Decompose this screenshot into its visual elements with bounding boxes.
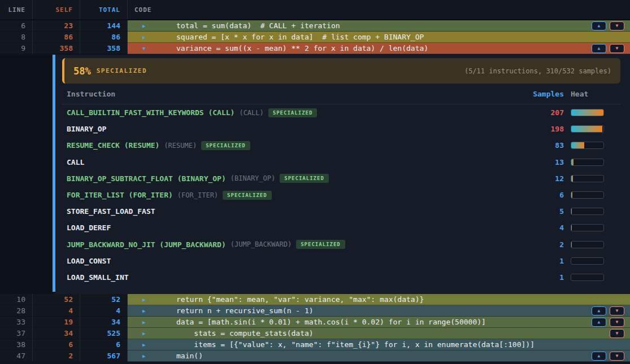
instruction-name: BINARY_OP_SUBTRACT_FLOAT (BINARY_OP) — [67, 174, 226, 183]
self-samples: 52 — [33, 294, 80, 305]
total-samples: 4 — [80, 305, 128, 317]
instruction-name: LOAD_CONST — [67, 257, 111, 265]
jump-up-button[interactable]: ▲ — [592, 306, 606, 315]
code-cell[interactable]: total = sum(data) # CALL + iteration ▲ ▼ — [128, 20, 630, 32]
instruction-row: BINARY_OP 198 — [62, 121, 620, 137]
code-cell[interactable]: return n + recursive_sum(n - 1) ▲ ▼ — [128, 305, 630, 317]
instruction-row: LOAD_SMALL_INT 1 — [62, 269, 620, 286]
expand-arrow-icon[interactable] — [142, 331, 148, 336]
instruction-row: LOAD_DEREF 4 — [62, 220, 620, 236]
heat-bar-fill — [571, 208, 572, 214]
heat-bar-fill — [571, 192, 572, 198]
samples-count: 5 — [524, 207, 564, 216]
jump-down-button[interactable]: ▼ — [610, 21, 624, 30]
instruction-name: BINARY_OP — [67, 125, 106, 133]
samples-column-header[interactable]: Samples — [524, 90, 564, 98]
code-cell[interactable]: squared = [x * x for x in data] # list c… — [128, 32, 630, 43]
samples-count: 198 — [524, 125, 564, 133]
self-samples: 6 — [33, 339, 80, 350]
specialized-label: SPECIALIZED — [97, 67, 147, 74]
heat-bar — [571, 109, 604, 116]
code-cell[interactable]: items = [{"value": x, "name": f"item_{i}… — [128, 339, 630, 350]
instruction-detail-panel: 58% SPECIALIZED (5/11 instructions, 310/… — [0, 55, 630, 294]
code-text: return n + recursive_sum(n - 1) — [176, 306, 314, 315]
base-opcode: (CALL) — [239, 109, 263, 117]
self-samples: 34 — [33, 328, 80, 339]
heat-bar-fill — [571, 176, 573, 182]
collapse-arrow-icon[interactable] — [142, 46, 148, 51]
base-opcode: (BINARY_OP) — [231, 174, 275, 182]
jump-up-button[interactable]: ▲ — [592, 21, 606, 30]
panel-left-gutter — [0, 55, 53, 294]
self-samples: 2 — [33, 350, 80, 362]
samples-count: 6 — [524, 191, 564, 199]
specialization-banner: 58% SPECIALIZED (5/11 instructions, 310/… — [62, 58, 620, 84]
self-samples: 19 — [33, 317, 80, 328]
instruction-row: FOR_ITER_LIST (FOR_ITER)(FOR_ITER)SPECIA… — [62, 187, 620, 203]
expand-arrow-icon[interactable] — [142, 23, 148, 29]
line-number: 38 — [0, 339, 33, 350]
samples-count: 1 — [524, 257, 564, 265]
expand-arrow-icon[interactable] — [142, 308, 148, 314]
specialized-badge: SPECIALIZED — [296, 240, 345, 249]
instruction-column-header: Instruction — [67, 90, 524, 98]
instruction-name: LOAD_DEREF — [67, 223, 111, 232]
total-samples: 86 — [80, 32, 128, 43]
total-samples: 144 — [80, 20, 128, 32]
samples-count: 207 — [524, 108, 564, 117]
samples-count: 12 — [524, 174, 564, 183]
code-line-row: 38 6 6 items = [{"value": x, "name": f"i… — [0, 339, 630, 350]
heat-bar — [571, 142, 604, 149]
total-samples: 6 — [80, 339, 128, 350]
code-cell[interactable]: data = [math.sin(i * 0.01) + math.cos(i … — [128, 317, 630, 328]
code-cell[interactable]: variance = sum((x - mean) ** 2 for x in … — [128, 43, 630, 54]
expand-arrow-icon[interactable] — [142, 353, 148, 359]
heat-bar — [571, 175, 604, 182]
code-cell[interactable]: stats = compute_stats(data) ▼ — [128, 328, 630, 339]
jump-down-button[interactable]: ▼ — [610, 352, 624, 361]
expand-arrow-icon[interactable] — [142, 342, 148, 348]
jump-up-button[interactable]: ▲ — [592, 44, 606, 53]
expand-arrow-icon[interactable] — [142, 319, 148, 325]
instruction-name: LOAD_SMALL_INT — [67, 273, 129, 282]
instruction-table-header: Instruction Samples Heat — [62, 84, 620, 104]
specialized-percent: 58% — [73, 65, 91, 77]
instruction-table: Instruction Samples Heat CALL_BUILTIN_FA… — [62, 84, 620, 286]
expand-arrow-icon[interactable] — [142, 297, 148, 302]
heat-bar — [571, 208, 604, 215]
samples-count: 4 — [524, 223, 564, 232]
code-line-row: 47 2 567 main() ▲ ▼ — [0, 350, 630, 362]
samples-count: 2 — [524, 240, 564, 249]
instruction-name: STORE_FAST_LOAD_FAST — [67, 207, 155, 216]
table-header: LINE SELF TOTAL CODE — [0, 0, 630, 20]
instruction-row: RESUME_CHECK (RESUME)(RESUME)SPECIALIZED… — [62, 137, 620, 154]
total-samples: 358 — [80, 43, 128, 54]
total-samples: 567 — [80, 350, 128, 362]
line-number: 10 — [0, 294, 33, 305]
jump-down-button[interactable]: ▼ — [610, 44, 624, 53]
jump-down-button[interactable]: ▼ — [610, 318, 624, 327]
code-text: main() — [176, 352, 203, 360]
heat-bar-fill — [571, 126, 602, 132]
code-text: items = [{"value": x, "name": f"item_{i}… — [176, 340, 535, 349]
heat-bar — [571, 274, 604, 281]
line-number: 33 — [0, 317, 33, 328]
instruction-row: CALL 13 — [62, 154, 620, 170]
code-cell[interactable]: return {"mean": mean, "var": variance, "… — [128, 294, 630, 305]
jump-up-button[interactable]: ▲ — [592, 318, 606, 327]
code-text: squared = [x * x for x in data] # list c… — [176, 33, 424, 41]
base-opcode: (RESUME) — [164, 142, 197, 150]
heat-column-header: Heat — [571, 90, 604, 98]
jump-down-button[interactable]: ▼ — [610, 329, 624, 338]
self-samples: 86 — [33, 32, 80, 43]
expand-arrow-icon[interactable] — [142, 34, 148, 40]
code-line-row: 8 86 86 squared = [x * x for x in data] … — [0, 32, 630, 43]
heat-bar — [571, 241, 604, 248]
instruction-name: JUMP_BACKWARD_NO_JIT (JUMP_BACKWARD) — [67, 240, 226, 249]
jump-up-button[interactable]: ▲ — [592, 352, 606, 361]
code-cell[interactable]: main() ▲ ▼ — [128, 350, 630, 362]
heat-bar-fill — [571, 242, 572, 248]
column-header-total: TOTAL — [80, 0, 128, 19]
self-samples: 4 — [33, 305, 80, 317]
jump-down-button[interactable]: ▼ — [610, 306, 624, 315]
